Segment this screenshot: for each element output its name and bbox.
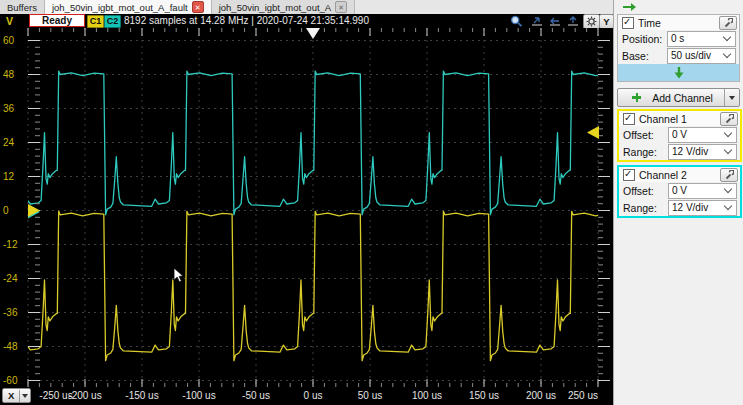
config-sidebar: Time Position: 0 s Base: 50 us/d [613,0,743,405]
offset-label: Offset: [623,185,668,197]
chevron-down-icon [724,185,732,193]
chevron-down-icon [729,96,735,100]
channel2-badge[interactable]: C2 [104,15,121,28]
y-tick-label: 12 [3,171,25,182]
add-channel-dropdown[interactable] [724,89,739,106]
position-value: 0 s [671,33,724,44]
wrench-icon [724,114,734,124]
y-tick-label: 24 [3,137,25,148]
channel1-checkbox[interactable] [623,113,635,125]
time-settings-button[interactable] [719,16,737,30]
position-select[interactable]: 0 s [667,31,736,47]
tab-buffers[interactable]: Buffers [0,0,45,14]
x-axis-bar: X -250 us-200 us-150 us-100 us-50 us0 us… [0,387,613,405]
channel1-panel: Channel 1 Offset: 0 V Range: 12 [617,109,742,162]
time-checkbox[interactable] [622,17,634,29]
tab-label: joh_50vin_igbt_mot_out_A [219,2,332,13]
channel1-offset-value: 0 V [672,129,725,140]
x-axis-button[interactable]: X [2,388,31,403]
run-progress-strip[interactable] [618,64,739,81]
y-axis-button[interactable]: Y [599,14,614,29]
y-tick-label: -60 [3,375,25,386]
position-label: Position: [622,33,667,45]
channel2-range-value: 12 V/div [672,202,725,213]
y-tick-label: -12 [3,239,25,250]
y-tick-label: -48 [3,341,25,352]
x-tick-label: 150 us [458,390,510,401]
range-label: Range: [623,202,668,214]
base-label: Base: [622,50,667,62]
channel1-title: Channel 1 [639,113,720,125]
channel2-checkbox[interactable] [623,169,635,181]
scope-plot[interactable] [0,28,613,387]
acquisition-info: 8192 samples at 14.28 MHz | 2020-07-24 2… [124,15,369,26]
chevron-down-icon [20,394,30,398]
status-ready: Ready [29,14,85,27]
y-tick-label: 48 [3,69,25,80]
channel1-offset-select[interactable]: 0 V [668,127,737,143]
tab-capture[interactable]: joh_50vin_igbt_mot_out_A [212,0,356,14]
channel2-title: Channel 2 [639,169,720,181]
zoom-y-fit-icon[interactable] [566,15,580,27]
time-panel-title: Time [638,17,719,29]
base-select[interactable]: 50 us/div [667,48,736,64]
channel2-offset-value: 0 V [672,185,725,196]
x-tick-label: 50 us [344,390,396,401]
chevron-down-icon [724,129,732,137]
offset-label: Offset: [623,129,668,141]
chevron-down-icon [723,50,731,58]
y-tick-label: 36 [3,103,25,114]
channel2-range-select[interactable]: 12 V/div [668,200,737,216]
x-tick-label: 0 us [287,390,339,401]
plus-icon [632,93,641,102]
channel1-settings-button[interactable] [720,112,738,126]
chevron-down-icon [724,202,732,210]
zoom-x-fit-icon[interactable] [548,15,562,27]
add-channel-label: Add Channel [641,92,724,104]
wrench-icon [724,170,734,180]
y-tick-label: 0 [3,205,25,216]
x-tick-label: -50 us [230,390,282,401]
tab-bar: Buffers joh_50vin_igbt_mot_out_A_fault j… [0,0,613,15]
close-icon[interactable] [192,1,204,13]
y-tick-label: -36 [3,307,25,318]
range-label: Range: [623,146,668,158]
close-icon[interactable] [335,1,347,13]
gear-icon [586,16,597,27]
channel2-settings-button[interactable] [720,168,738,182]
channel1-range-select[interactable]: 12 V/div [668,144,737,160]
tab-label: Buffers [7,2,37,13]
x-tick-label: 250 us [557,390,609,401]
channel1-badge[interactable]: C1 [87,15,104,28]
waveforms-app: Buffers joh_50vin_igbt_mot_out_A_fault j… [0,0,743,405]
y-tick-label: 60 [3,35,25,46]
tab-label: joh_50vin_igbt_mot_out_A_fault [52,2,188,13]
zoom-magnifier-icon[interactable] [510,15,524,27]
wrench-icon [723,18,733,28]
chevron-down-icon [723,33,731,41]
channel1-range-value: 12 V/div [672,146,725,157]
add-channel-button[interactable]: Add Channel [617,88,740,107]
chevron-down-icon [724,146,732,154]
channel2-offset-select[interactable]: 0 V [668,183,737,199]
x-axis-button-label: X [3,390,20,402]
zoom-fit-icon[interactable] [530,15,544,27]
base-value: 50 us/div [671,50,724,61]
channel2-panel: Channel 2 Offset: 0 V Range: 12 [617,165,742,218]
time-panel: Time Position: 0 s Base: 50 us/d [617,14,740,82]
collapse-panel-arrow-icon[interactable] [622,2,637,12]
arrow-down-icon [673,66,685,79]
y-unit-label: V [6,15,13,27]
tab-capture-fault[interactable]: joh_50vin_igbt_mot_out_A_fault [45,0,212,14]
status-bar: V Ready C1 C2 8192 samples at 14.28 MHz … [0,14,613,28]
plot-settings-button[interactable] [583,14,600,29]
scope-area: V Ready C1 C2 8192 samples at 14.28 MHz … [0,14,613,405]
x-tick-label: 100 us [401,390,453,401]
x-tick-label: -100 us [173,390,225,401]
x-tick-label: -200 us [59,390,111,401]
y-tick-label: -24 [3,273,25,284]
x-tick-label: -150 us [116,390,168,401]
